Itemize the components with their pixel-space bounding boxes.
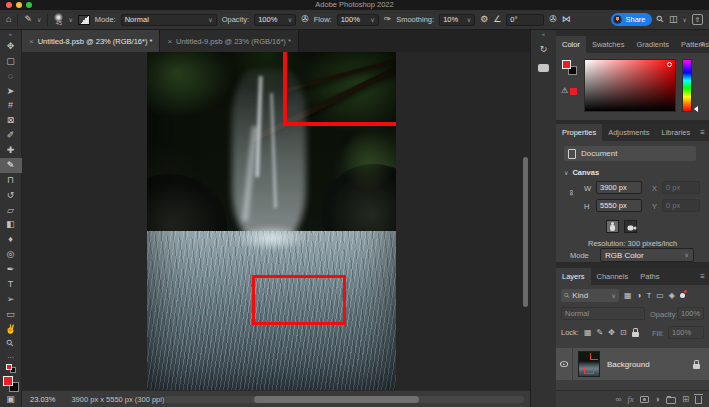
lock-pixels-icon[interactable]: ✎ <box>597 329 604 337</box>
layer-locked-icon[interactable] <box>693 364 700 369</box>
panel-menu-icon[interactable]: ≡ <box>700 124 705 141</box>
clone-stamp-tool[interactable]: ⊓ <box>0 173 22 188</box>
object-selection-tool[interactable]: ➤ <box>0 84 22 99</box>
canvas-area[interactable] <box>22 52 530 390</box>
lock-artboard-icon[interactable]: ⊡ <box>620 329 627 337</box>
tab-swatches[interactable]: Swatches <box>586 36 631 53</box>
eyedropper-tool[interactable]: ✐ <box>0 128 22 143</box>
hue-slider[interactable] <box>682 59 692 112</box>
share-button[interactable]: Share <box>611 13 652 26</box>
tab-color[interactable]: Color <box>556 36 586 53</box>
filter-adjustment-layers-icon[interactable]: ◑ <box>637 292 642 300</box>
y-field[interactable]: 0 px <box>662 199 700 212</box>
link-layers-icon[interactable]: ∞ <box>616 395 622 404</box>
smoothing-options-gear-icon[interactable]: ⚙ <box>480 15 488 24</box>
new-adjustment-layer-icon[interactable]: ◑ <box>655 395 660 404</box>
chevron-down-icon[interactable]: ∨ <box>37 17 41 23</box>
history-panel-icon[interactable]: ↻ <box>540 45 548 54</box>
layer-visibility-toggle[interactable]: ⊙ <box>556 348 573 380</box>
frame-tool[interactable]: ⊠ <box>0 113 22 128</box>
brush-tool[interactable]: ✎ <box>0 158 22 173</box>
delete-layer-icon[interactable] <box>695 396 702 404</box>
lock-transparency-icon[interactable]: ▦ <box>584 329 592 337</box>
hue-slider-marker[interactable] <box>694 106 698 112</box>
symmetry-icon[interactable]: ⋈ <box>562 15 571 24</box>
brush-preset-picker[interactable]: 45 <box>54 13 63 27</box>
edit-toolbar-button[interactable]: ⋯ <box>0 351 22 363</box>
layer-thumbnail[interactable] <box>578 351 600 377</box>
export-icon[interactable]: ⇧ <box>692 14 703 25</box>
foreground-color-swatch[interactable] <box>562 60 571 69</box>
default-colors-icon[interactable] <box>6 364 16 373</box>
link-dimensions-icon[interactable]: ∞ <box>567 190 576 196</box>
tab-paths[interactable]: Paths <box>634 268 665 285</box>
new-layer-icon[interactable]: ⊞ <box>682 395 689 404</box>
height-field[interactable]: 5550 px <box>596 199 642 212</box>
opacity-dropdown[interactable]: 100% ∨ <box>254 14 296 26</box>
fill-dropdown[interactable]: 100% <box>668 326 704 339</box>
zoom-level-field[interactable]: 23.03% <box>30 395 55 404</box>
add-layer-mask-icon[interactable] <box>640 396 649 403</box>
layer-opacity-dropdown[interactable]: 100% <box>677 307 704 320</box>
gamut-warning[interactable]: ⚠ <box>561 87 577 95</box>
smoothing-dropdown[interactable]: 10% ∨ <box>439 14 475 26</box>
lock-position-icon[interactable]: ✥ <box>608 329 615 337</box>
hand-tool[interactable]: ✌ <box>0 322 22 337</box>
move-tool[interactable]: ✥ <box>0 39 22 54</box>
panel-menu-icon[interactable]: ≡ <box>700 36 705 53</box>
pressure-opacity-icon[interactable]: ✇ <box>301 15 309 24</box>
chevron-down-icon[interactable]: ∨ <box>68 17 72 23</box>
brush-tool-preset-icon[interactable]: ✎ <box>24 15 32 24</box>
landscape-orientation-button[interactable] <box>624 220 637 233</box>
document-tab-untitled-8[interactable]: × Untitled-8.psb @ 23% (RGB/16*) * <box>22 30 160 52</box>
pressure-size-icon[interactable]: ✇ <box>549 15 557 24</box>
tab-adjustments[interactable]: Adjustments <box>602 124 655 141</box>
layer-row-background[interactable]: ⊙ Background <box>556 348 709 380</box>
layer-effects-icon[interactable]: fx <box>628 395 634 404</box>
expand-panels-icon[interactable]: « <box>542 30 545 38</box>
saturation-brightness-field[interactable] <box>584 59 676 112</box>
tab-libraries[interactable]: Libraries <box>655 124 696 141</box>
blend-mode-dropdown[interactable]: Normal ∨ <box>121 14 217 26</box>
crop-tool[interactable]: # <box>0 99 22 114</box>
eraser-tool[interactable]: ▱ <box>0 203 22 218</box>
close-icon[interactable]: × <box>167 37 172 46</box>
new-group-icon[interactable] <box>666 397 676 404</box>
filter-type-layers-icon[interactable]: T <box>646 292 651 300</box>
color-panel-swatches[interactable] <box>562 60 577 75</box>
toggle-brush-settings-icon[interactable] <box>78 15 90 25</box>
close-icon[interactable]: × <box>29 37 34 46</box>
tab-gradients[interactable]: Gradients <box>630 36 675 53</box>
lasso-tool[interactable]: ◌ <box>0 69 22 84</box>
comments-panel-icon[interactable] <box>538 64 549 72</box>
collapse-tools-icon[interactable]: » <box>0 30 21 39</box>
lock-all-icon[interactable] <box>632 332 639 337</box>
x-field[interactable]: 0 px <box>662 181 700 194</box>
zoom-tool[interactable]: ⚲ <box>0 337 22 352</box>
layer-filter-dropdown[interactable]: ⚲ Kind ∨ <box>561 289 619 302</box>
vertical-scrollbar[interactable] <box>523 157 528 307</box>
horizontal-scrollbar-thumb[interactable] <box>254 396 419 403</box>
home-icon[interactable]: ⌂ <box>6 15 11 24</box>
airbrush-icon[interactable]: ✑ <box>384 15 392 24</box>
workspace-switcher-icon[interactable]: ◫ <box>669 15 678 24</box>
type-tool[interactable]: T <box>0 277 22 292</box>
filter-shape-layers-icon[interactable]: ▭ <box>656 292 664 300</box>
tab-channels[interactable]: Channels <box>591 268 635 285</box>
tab-properties[interactable]: Properties <box>556 124 602 141</box>
screen-mode-button[interactable]: ▣ <box>0 392 22 407</box>
dodge-tool[interactable]: ◎ <box>0 247 22 262</box>
filter-smart-object-icon[interactable]: ◈ <box>669 292 675 300</box>
panel-menu-icon[interactable]: ≡ <box>700 268 705 285</box>
filter-pixel-layers-icon[interactable]: ▦ <box>624 292 632 300</box>
tab-layers[interactable]: Layers <box>556 268 591 285</box>
canvas-section-header[interactable]: ∨ Canvas <box>564 168 599 177</box>
marquee-tool[interactable]: ▢ <box>0 54 22 69</box>
color-picker-marker[interactable] <box>667 62 672 67</box>
layer-blend-mode-dropdown[interactable]: Normal <box>561 307 645 320</box>
path-selection-tool[interactable]: ➢ <box>0 292 22 307</box>
foreground-color-swatch[interactable] <box>3 376 13 386</box>
document-properties-header[interactable]: Document <box>564 146 696 161</box>
document-tab-untitled-9[interactable]: × Untitled-9.psb @ 23% (RGB/16*) * <box>160 30 298 52</box>
healing-brush-tool[interactable]: ✚ <box>0 143 22 158</box>
